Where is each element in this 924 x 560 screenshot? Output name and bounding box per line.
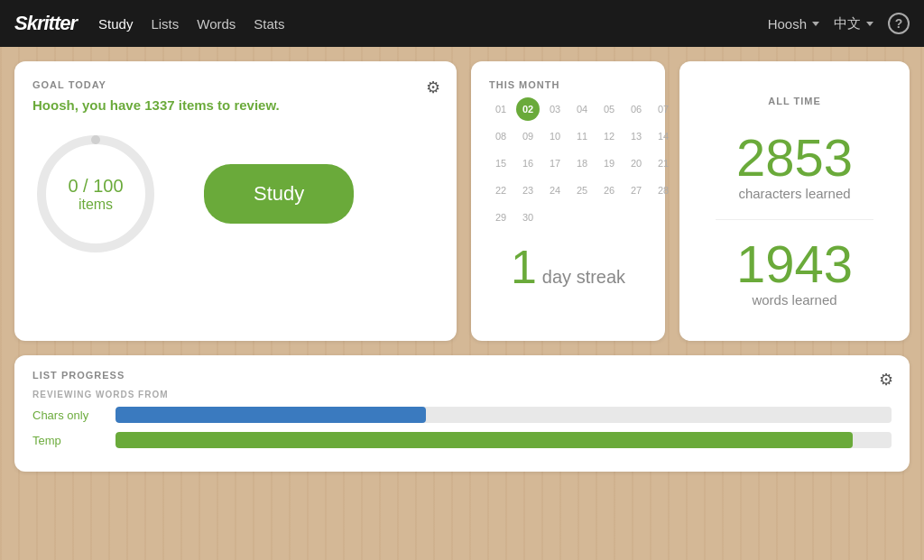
calendar-day-24[interactable]: 24 — [543, 179, 567, 202]
streak-number: 1 — [511, 243, 537, 290]
progress-bar-fill — [116, 432, 853, 448]
top-row: GOAL TODAY ⚙ Hoosh, you have 1337 items … — [14, 61, 910, 341]
main-content: GOAL TODAY ⚙ Hoosh, you have 1337 items … — [0, 47, 924, 486]
alltime-card-title: ALL TIME — [698, 96, 892, 106]
words-label: words learned — [698, 292, 892, 308]
all-time-card: ALL TIME 2853 characters learned 1943 wo… — [679, 61, 910, 341]
study-button[interactable]: Study — [204, 164, 354, 224]
help-button[interactable]: ? — [888, 13, 910, 34]
calendar-day-16[interactable]: 16 — [516, 151, 540, 175]
this-month-card: THIS MONTH 01020304050607080910111213141… — [471, 61, 665, 341]
nav-right: Hoosh 中文 ? — [768, 13, 910, 34]
calendar-day-18[interactable]: 18 — [570, 151, 594, 175]
alltime-divider — [716, 219, 873, 220]
nav-lists-link[interactable]: Lists — [151, 16, 179, 32]
words-count: 1943 — [698, 238, 892, 290]
lang-menu[interactable]: 中文 — [834, 15, 873, 32]
calendar-day-12[interactable]: 12 — [597, 124, 621, 148]
nav-words-link[interactable]: Words — [197, 16, 236, 32]
circle-fraction: 0 / 100 — [68, 176, 123, 197]
progress-item-name: Chars only — [32, 409, 105, 422]
nav-links: Study Lists Words Stats — [98, 16, 768, 32]
nav-study-link[interactable]: Study — [98, 16, 133, 32]
review-username: Hoosh — [32, 97, 75, 113]
progress-item: Temp — [32, 432, 892, 448]
calendar: 0102030405060708091011121314151617181920… — [489, 97, 647, 229]
goal-body: 0 / 100 items Study — [32, 131, 439, 257]
progress-items: Chars onlyTemp — [32, 407, 892, 448]
calendar-day-04[interactable]: 04 — [570, 97, 594, 121]
calendar-day-02[interactable]: 02 — [516, 97, 540, 121]
calendar-day-25[interactable]: 25 — [570, 179, 594, 202]
review-text: Hoosh, you have 1337 items to review. — [32, 97, 439, 113]
calendar-day-27[interactable]: 27 — [624, 179, 648, 202]
calendar-day-28[interactable]: 28 — [651, 179, 675, 202]
calendar-grid: 0102030405060708091011121314151617181920… — [489, 97, 647, 229]
progress-bar-fill — [116, 407, 426, 423]
calendar-day-17[interactable]: 17 — [543, 151, 567, 175]
calendar-day-26[interactable]: 26 — [597, 179, 621, 202]
goal-gear-icon[interactable]: ⚙ — [426, 78, 440, 97]
calendar-day-05[interactable]: 05 — [597, 97, 621, 121]
navbar: Skritter Study Lists Words Stats Hoosh 中… — [0, 0, 924, 47]
calendar-day-15[interactable]: 15 — [489, 151, 513, 175]
list-progress-card: LIST PROGRESS ⚙ REVIEWING WORDS FROM Cha… — [14, 355, 910, 472]
words-section: 1943 words learned — [698, 238, 892, 308]
characters-section: 2853 characters learned — [698, 132, 892, 201]
circle-label: 0 / 100 items — [68, 176, 123, 213]
calendar-day-13[interactable]: 13 — [624, 124, 648, 148]
list-progress-title: LIST PROGRESS — [32, 370, 892, 381]
calendar-day-21[interactable]: 21 — [651, 151, 675, 175]
calendar-day-09[interactable]: 09 — [516, 124, 540, 148]
user-chevron-icon — [812, 22, 819, 26]
calendar-day-06[interactable]: 06 — [624, 97, 648, 121]
calendar-day-11[interactable]: 11 — [570, 124, 594, 148]
calendar-day-07[interactable]: 07 — [651, 97, 675, 121]
goal-today-card: GOAL TODAY ⚙ Hoosh, you have 1337 items … — [14, 61, 457, 341]
calendar-day-30[interactable]: 30 — [516, 206, 540, 229]
characters-label: characters learned — [698, 186, 892, 201]
progress-bar-bg — [116, 432, 892, 448]
app-logo[interactable]: Skritter — [14, 12, 77, 35]
streak-label: day streak — [542, 267, 625, 287]
calendar-day-29[interactable]: 29 — [489, 206, 513, 229]
calendar-day-10[interactable]: 10 — [543, 124, 567, 148]
lang-chevron-icon — [866, 22, 873, 26]
reviewing-label: REVIEWING WORDS FROM — [32, 390, 892, 399]
characters-count: 2853 — [698, 132, 892, 184]
calendar-day-23[interactable]: 23 — [516, 179, 540, 202]
progress-item-name: Temp — [32, 434, 105, 447]
progress-item: Chars only — [32, 407, 892, 423]
lang-label: 中文 — [834, 15, 861, 32]
calendar-day-19[interactable]: 19 — [597, 151, 621, 175]
calendar-day-08[interactable]: 08 — [489, 124, 513, 148]
username-label: Hoosh — [768, 16, 807, 32]
calendar-day-22[interactable]: 22 — [489, 179, 513, 202]
goal-card-title: GOAL TODAY — [32, 79, 439, 90]
calendar-day-03[interactable]: 03 — [543, 97, 567, 121]
circle-progress: 0 / 100 items — [32, 131, 159, 257]
progress-bar-bg — [116, 407, 892, 423]
progress-gear-icon[interactable]: ⚙ — [879, 370, 893, 390]
user-menu[interactable]: Hoosh — [768, 16, 819, 32]
circle-unit: items — [68, 197, 123, 213]
month-card-title: THIS MONTH — [489, 79, 647, 90]
streak-section: 1day streak — [489, 243, 647, 290]
calendar-day-14[interactable]: 14 — [651, 124, 675, 148]
calendar-day-01[interactable]: 01 — [489, 97, 513, 121]
calendar-day-20[interactable]: 20 — [624, 151, 648, 175]
nav-stats-link[interactable]: Stats — [254, 16, 284, 32]
review-message: , you have 1337 items to review. — [75, 97, 280, 113]
